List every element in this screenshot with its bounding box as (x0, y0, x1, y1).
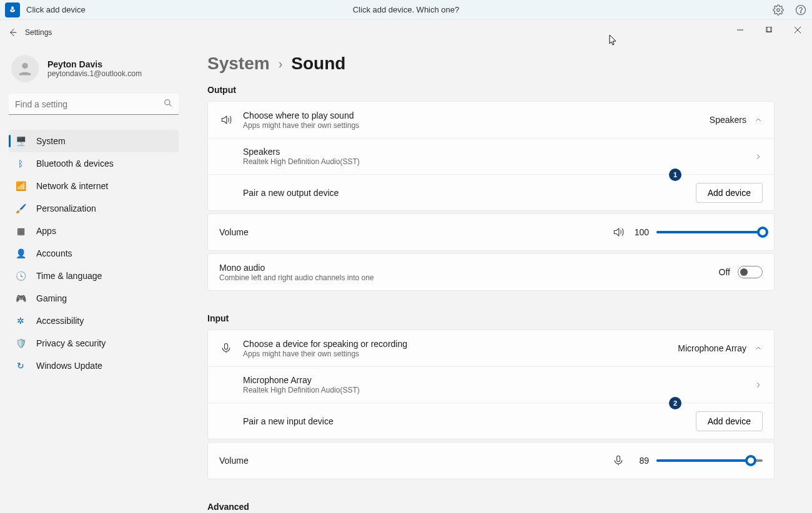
gaming-icon: 🎮 (15, 293, 26, 304)
svg-rect-3 (766, 27, 771, 32)
svg-point-5 (22, 63, 27, 69)
app-title: Settings (25, 28, 52, 37)
sidebar-item-label: Time & language (36, 271, 102, 281)
sidebar: Peyton Davis peytondavis.1@outlook.com 🖥… (0, 45, 187, 513)
sidebar-item-label: Personalization (36, 203, 96, 213)
svg-rect-8 (617, 456, 620, 462)
brush-icon: 🖌️ (15, 203, 26, 214)
system-icon: 🖥️ (15, 135, 26, 147)
sidebar-item-label: Network & internet (36, 181, 108, 191)
pair-output-label: Pair a new output device (243, 188, 686, 198)
person-icon: 👤 (15, 248, 26, 259)
profile-email: peytondavis.1@outlook.com (47, 69, 142, 78)
update-icon: ↻ (15, 360, 26, 371)
output-device-sub: Realtek High Definition Audio(SST) (243, 157, 744, 166)
search-input[interactable] (9, 94, 179, 115)
sidebar-item-label: System (36, 136, 66, 146)
input-device-row[interactable]: Microphone Array Realtek High Definition… (208, 366, 774, 403)
sidebar-item-privacy[interactable]: 🛡️Privacy & security (9, 332, 179, 354)
mic-icon[interactable] (611, 454, 625, 467)
chevron-up-icon (754, 115, 763, 124)
clock-icon: 🕓 (15, 270, 26, 281)
choose-output-sub: Apps might have their own settings (243, 121, 700, 130)
back-button[interactable] (0, 20, 25, 45)
svg-point-1 (796, 5, 806, 14)
sidebar-item-accounts[interactable]: 👤Accounts (9, 242, 179, 265)
wifi-icon: 📶 (15, 180, 26, 192)
sidebar-item-network[interactable]: 📶Network & internet (9, 175, 179, 197)
accessibility-icon: ✲ (15, 315, 26, 326)
mono-audio-state: Off (719, 267, 730, 277)
profile[interactable]: Peyton Davis peytondavis.1@outlook.com (9, 51, 179, 94)
sidebar-item-apps[interactable]: ▦Apps (9, 220, 179, 242)
section-output-heading: Output (207, 85, 775, 95)
choose-output-value: Speakers (710, 115, 746, 125)
input-volume-label: Volume (219, 456, 602, 466)
mic-outline-icon (219, 342, 233, 354)
nav-list: 🖥️System ᛒBluetooth & devices 📶Network &… (9, 130, 179, 377)
breadcrumb-parent[interactable]: System (207, 54, 270, 74)
input-device-name: Microphone Array (243, 375, 744, 385)
input-volume-slider[interactable] (656, 459, 763, 462)
section-advanced-heading: Advanced (207, 502, 775, 512)
volume-icon[interactable] (611, 226, 625, 238)
mono-audio-toggle[interactable] (738, 266, 763, 278)
output-device-row[interactable]: Speakers Realtek High Definition Audio(S… (208, 138, 774, 174)
sidebar-item-label: Accounts (36, 248, 72, 258)
assistant-bar: Click add device Click add device. Which… (0, 0, 812, 20)
sidebar-item-label: Gaming (36, 293, 67, 303)
sidebar-item-accessibility[interactable]: ✲Accessibility (9, 310, 179, 332)
input-device-sub: Realtek High Definition Audio(SST) (243, 386, 744, 394)
choose-output-row[interactable]: Choose where to play sound Apps might ha… (208, 102, 774, 138)
choose-input-title: Choose a device for speaking or recordin… (243, 339, 668, 349)
apps-icon: ▦ (15, 225, 26, 237)
close-button[interactable] (783, 20, 812, 40)
mic-icon[interactable] (5, 2, 20, 17)
sidebar-item-time[interactable]: 🕓Time & language (9, 265, 179, 287)
breadcrumb: System › Sound (207, 54, 775, 74)
output-volume-slider[interactable] (656, 231, 763, 233)
output-volume-value: 100 (633, 227, 649, 237)
mono-audio-title: Mono audio (219, 263, 709, 273)
sidebar-item-update[interactable]: ↻Windows Update (9, 354, 179, 377)
pair-input-row: Pair a new input device Add device 2 (208, 403, 774, 439)
section-input-heading: Input (207, 313, 775, 323)
sidebar-item-gaming[interactable]: 🎮Gaming (9, 287, 179, 310)
input-volume-row: Volume 89 (208, 442, 774, 479)
sidebar-item-label: Apps (36, 226, 56, 236)
output-volume-label: Volume (219, 227, 602, 237)
speaker-icon (219, 114, 233, 126)
profile-name: Peyton Davis (47, 59, 142, 69)
choose-input-row[interactable]: Choose a device for speaking or recordin… (208, 330, 774, 366)
bluetooth-icon: ᛒ (15, 158, 26, 169)
chevron-up-icon (754, 344, 763, 353)
window-chrome: Settings (0, 20, 812, 45)
output-device-name: Speakers (243, 147, 744, 157)
mono-audio-sub: Combine left and right audio channels in… (219, 273, 709, 282)
choose-input-value: Microphone Array (678, 343, 746, 353)
search-input-wrap (9, 94, 179, 115)
assistant-question: Click add device. Which one? (353, 5, 460, 14)
sidebar-item-personalization[interactable]: 🖌️Personalization (9, 197, 179, 220)
svg-rect-4 (767, 27, 772, 32)
sidebar-item-system[interactable]: 🖥️System (9, 130, 179, 152)
add-input-device-button[interactable]: Add device (696, 411, 763, 431)
search-icon (164, 99, 172, 110)
sidebar-item-bluetooth[interactable]: ᛒBluetooth & devices (9, 152, 179, 175)
pair-input-label: Pair a new input device (243, 416, 686, 426)
svg-point-0 (777, 8, 780, 11)
svg-rect-7 (225, 344, 228, 349)
mono-audio-row[interactable]: Mono audio Combine left and right audio … (208, 254, 774, 290)
sidebar-item-label: Accessibility (36, 316, 84, 326)
avatar (11, 55, 39, 82)
badge-1: 1 (669, 169, 681, 181)
chevron-right-icon (754, 381, 763, 389)
minimize-button[interactable] (726, 20, 755, 40)
help-icon[interactable] (795, 4, 807, 16)
svg-point-2 (800, 12, 801, 12)
input-volume-value: 89 (633, 456, 649, 466)
gear-icon[interactable] (772, 4, 785, 16)
choose-output-title: Choose where to play sound (243, 110, 700, 120)
maximize-button[interactable] (755, 20, 783, 40)
add-output-device-button[interactable]: Add device (696, 183, 763, 203)
